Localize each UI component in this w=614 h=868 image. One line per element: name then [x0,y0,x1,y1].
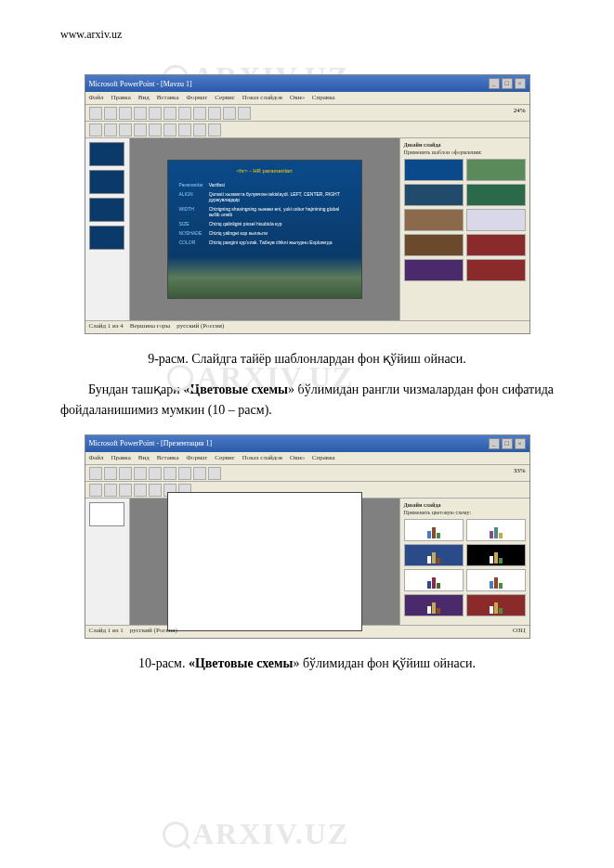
color-scheme-thumb[interactable] [404,569,464,591]
menu-item[interactable]: Файл [89,94,104,102]
tool-icon[interactable] [149,107,162,120]
template-thumb[interactable] [466,234,526,256]
template-thumb[interactable] [404,259,464,281]
tool-icon[interactable] [223,107,236,120]
tool-icon[interactable] [134,123,147,136]
zoom-value[interactable]: 24% [514,107,526,119]
menu-item[interactable]: Справка [312,94,335,102]
template-thumb[interactable] [404,234,464,256]
color-scheme-thumb[interactable] [404,544,464,566]
template-thumb[interactable] [466,209,526,231]
tool-icon[interactable] [193,467,206,480]
tool-icon[interactable] [104,467,117,480]
tool-icon[interactable] [178,107,191,120]
tool-icon[interactable] [89,123,102,136]
tool-icon[interactable] [149,123,162,136]
tool-icon[interactable] [119,123,132,136]
close-icon[interactable]: × [515,438,526,449]
tool-icon[interactable] [238,107,251,120]
menu-item[interactable]: Вид [138,454,150,462]
tool-icon[interactable] [193,123,206,136]
thumbnail-4[interactable] [89,226,124,250]
menu-item[interactable]: Правка [111,454,130,462]
tool-icon[interactable] [89,484,102,497]
color-scheme-thumb[interactable] [404,594,464,616]
maximize-icon[interactable]: □ [502,78,513,89]
menu-item[interactable]: Показ слайдов [242,454,282,462]
tool-icon[interactable] [163,107,176,120]
menu-item[interactable]: Правка [111,94,130,102]
tool-icon[interactable] [178,467,191,480]
status-indicator: ОЗЦ [513,627,526,634]
template-thumb[interactable] [404,184,464,206]
task-pane: Дизайн слайда Применить шаблон оформлени… [399,138,529,320]
task-pane: Дизайн слайда Применить цветовую схему: [399,499,529,625]
menu-item[interactable]: Показ слайдов [242,94,282,102]
tool-icon[interactable] [104,123,117,136]
menu-item[interactable]: Файл [89,454,104,462]
window-titlebar: Microsoft PowerPoint - [Презентация 1] _… [85,435,529,452]
minimize-icon[interactable]: _ [489,78,500,89]
thumbnail-3[interactable] [89,198,124,222]
menu-item[interactable]: Сервис [215,94,235,102]
status-bar: Слайд 1 из 4 Вершина горы русский (Росси… [85,320,529,333]
tool-icon[interactable] [178,123,191,136]
color-scheme-thumb[interactable] [466,544,526,566]
tool-icon[interactable] [149,484,162,497]
tool-icon[interactable] [134,484,147,497]
template-thumb[interactable] [404,159,464,181]
zoom-value[interactable]: 33% [514,467,526,479]
minimize-icon[interactable]: _ [489,438,500,449]
task-pane-title: Дизайн слайда [404,142,526,148]
tool-icon[interactable] [89,467,102,480]
thumbnail-2[interactable] [89,170,124,194]
menu-item[interactable]: Вид [138,94,150,102]
cell: Chiziq yalingеt кор кыллыти [207,229,352,237]
screenshot-2: Microsoft PowerPoint - [Презентация 1] _… [85,434,530,639]
maximize-icon[interactable]: □ [502,438,513,449]
menu-item[interactable]: Вставка [157,454,179,462]
tool-icon[interactable] [163,467,176,480]
tool-icon[interactable] [208,123,221,136]
tool-icon[interactable] [104,107,117,120]
template-thumb[interactable] [466,259,526,281]
tool-icon[interactable] [119,107,132,120]
close-icon[interactable]: × [515,78,526,89]
emphasis: «Цветовые схемы [189,656,294,670]
menu-item[interactable]: Справка [312,454,335,462]
menu-item[interactable]: Вставка [157,94,179,102]
template-name: Вершина горы [130,322,170,330]
color-scheme-thumb[interactable] [466,569,526,591]
tool-icon[interactable] [119,467,132,480]
color-scheme-thumb[interactable] [466,519,526,541]
color-scheme-thumb[interactable] [404,519,464,541]
thumbnail-1[interactable] [89,502,124,526]
menu-item[interactable]: Окно [290,454,305,462]
menu-item[interactable]: Сервис [215,454,235,462]
tool-icon[interactable] [119,484,132,497]
menu-item[interactable]: Формат [186,454,207,462]
menubar: Файл Правка Вид Вставка Формат Сервис По… [85,92,529,105]
color-scheme-thumb[interactable] [466,594,526,616]
tool-icon[interactable] [208,467,221,480]
tool-icon[interactable] [134,107,147,120]
thumbnail-1[interactable] [89,142,124,166]
tool-icon[interactable] [104,484,117,497]
tool-icon[interactable] [193,107,206,120]
cell: Qurasti хызматга булувчган tekislaydi. L… [207,190,352,203]
text: 10-расм. [138,656,189,670]
language: русский (Россия) [176,322,224,330]
template-thumb[interactable] [466,184,526,206]
cell: NOSHADE [177,229,205,237]
menu-item[interactable]: Окно [290,94,305,102]
page-url: www.arxiv.uz [60,28,554,42]
template-thumb[interactable] [404,209,464,231]
template-thumb[interactable] [466,159,526,181]
tool-icon[interactable] [149,467,162,480]
tool-icon[interactable] [89,107,102,120]
menu-item[interactable]: Формат [186,94,207,102]
tool-icon[interactable] [134,467,147,480]
watermark-text: ARXIV.UZ [192,817,349,851]
tool-icon[interactable] [163,123,176,136]
tool-icon[interactable] [208,107,221,120]
